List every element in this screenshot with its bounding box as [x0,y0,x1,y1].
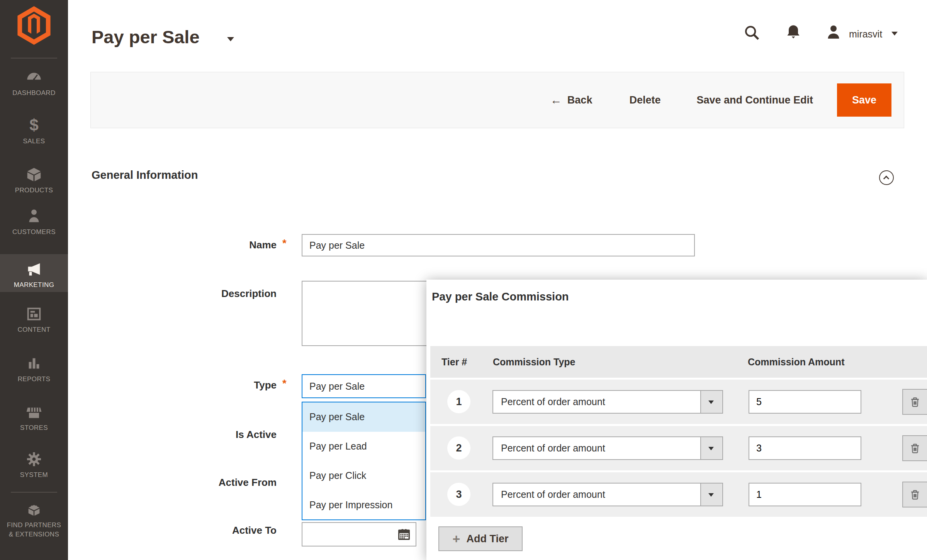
type-option-pay-per-impression[interactable]: Pay per Impression [302,490,425,519]
tier-number-badge: 1 [447,390,470,413]
commission-amount-input[interactable] [749,436,861,460]
page-title: Pay per Sale [92,26,200,48]
type-label: Type [91,379,277,391]
active-to-field [302,522,416,546]
commission-type-value: Percent of order amount [501,484,605,506]
required-asterisk: * [282,238,287,249]
calendar-icon[interactable] [396,526,412,542]
sidebar: DASHBOARD $ SALES PRODUCTS [0,0,68,560]
notifications-bell-icon[interactable] [784,23,803,42]
dashboard-icon [25,68,43,86]
reports-icon [25,355,43,372]
page-actions-toolbar: ← Back Delete Save and Continue Edit Sav… [90,72,904,128]
type-dropdown-list: Pay per Sale Pay per Lead Pay per Click … [302,402,426,520]
table-row: 2 Percent of order amount [430,426,927,470]
title-caret-icon[interactable] [227,37,234,41]
column-header-tier: Tier # [441,346,467,378]
tier-number-badge: 2 [447,436,470,460]
name-label: Name [91,239,277,251]
magento-logo-icon[interactable] [15,6,53,45]
sidebar-item-label: CUSTOMERS [0,227,68,237]
add-tier-label: Add Tier [466,533,508,545]
sales-icon: $ [25,117,43,134]
marketing-icon [25,260,43,278]
save-button[interactable]: Save [837,83,891,117]
required-asterisk: * [282,378,287,390]
magento-admin-screen: DASHBOARD $ SALES PRODUCTS [0,0,927,560]
sidebar-item-dashboard[interactable]: DASHBOARD [0,68,68,98]
svg-text:$: $ [29,117,38,134]
description-label: Description [91,288,277,300]
table-row: 1 Percent of order amount [430,380,927,424]
add-tier-button[interactable]: + Add Tier [438,526,523,551]
commission-amount-input[interactable] [749,390,861,414]
sidebar-item-label: MARKETING [0,280,68,290]
name-input[interactable] [302,234,695,256]
commission-type-select[interactable]: Percent of order amount [492,483,723,506]
chevron-down-icon [708,400,714,404]
commission-amount-input[interactable] [749,483,861,506]
sidebar-item-label: DASHBOARD [0,88,68,98]
commission-table-header: Tier # Commission Type Commission Amount [430,346,927,378]
sidebar-item-content[interactable]: CONTENT [0,305,68,334]
sidebar-item-sales[interactable]: $ SALES [0,117,68,146]
sidebar-item-products[interactable]: PRODUCTS [0,166,68,195]
chevron-down-icon [708,493,714,497]
delete-tier-button[interactable] [902,389,927,415]
chevron-up-icon [883,176,890,182]
sidebar-item-label: PRODUCTS [0,186,68,195]
section-title: General Information [92,169,198,182]
collapse-section-button[interactable] [879,170,894,185]
type-option-pay-per-lead[interactable]: Pay per Lead [302,432,425,461]
account-username[interactable]: mirasvit [849,29,882,40]
sidebar-item-label: FIND PARTNERS & EXTENSIONS [4,521,64,539]
commission-type-select[interactable]: Percent of order amount [492,436,723,460]
commission-panel: Pay per Sale Commission Tier # Commissio… [426,280,927,560]
find-partners-icon [25,501,43,518]
commission-type-select[interactable]: Percent of order amount [492,390,723,414]
chevron-down-icon [708,447,714,450]
products-icon [25,166,43,183]
sidebar-item-label: SALES [0,137,68,146]
type-option-pay-per-click[interactable]: Pay per Click [302,461,425,490]
sidebar-divider [11,492,57,492]
search-icon[interactable] [743,24,761,42]
save-and-continue-button[interactable]: Save and Continue Edit [696,94,813,106]
sidebar-item-label: REPORTS [0,375,68,384]
is-active-label: Is Active [91,429,277,441]
content-icon [25,305,43,323]
plus-icon: + [453,532,460,545]
user-avatar-icon [824,23,843,42]
system-icon [25,450,43,468]
commission-panel-title: Pay per Sale Commission [432,290,569,303]
account-caret-icon[interactable] [891,32,898,36]
sidebar-item-stores[interactable]: STORES [0,403,68,433]
customers-icon [25,207,43,225]
active-from-label: Active From [91,477,277,489]
sidebar-item-label: STORES [0,423,68,433]
stores-icon [25,403,43,421]
account-menu[interactable] [824,23,843,42]
delete-tier-button[interactable] [902,435,927,461]
back-label: Back [567,94,593,106]
delete-tier-button[interactable] [902,482,927,507]
sidebar-item-label: CONTENT [0,325,68,334]
type-select[interactable]: Pay per Sale [302,374,426,398]
sidebar-divider [11,58,57,58]
commission-type-value: Percent of order amount [501,391,605,413]
type-option-pay-per-sale[interactable]: Pay per Sale [302,402,425,432]
tier-number-badge: 3 [447,483,470,506]
table-row: 3 Percent of order amount [430,472,927,517]
commission-type-value: Percent of order amount [501,437,605,459]
column-header-commission-amount: Commission Amount [748,346,844,378]
sidebar-item-system[interactable]: SYSTEM [0,450,68,480]
delete-button[interactable]: Delete [629,94,660,106]
column-header-commission-type: Commission Type [493,346,575,378]
sidebar-item-marketing[interactable]: MARKETING [0,260,68,290]
sidebar-item-find-partners[interactable]: FIND PARTNERS & EXTENSIONS [0,501,68,539]
sidebar-item-reports[interactable]: REPORTS [0,355,68,384]
sidebar-item-customers[interactable]: CUSTOMERS [0,207,68,237]
back-button[interactable]: ← Back [550,93,593,107]
back-arrow-icon: ← [550,93,562,107]
active-to-label: Active To [91,524,277,536]
